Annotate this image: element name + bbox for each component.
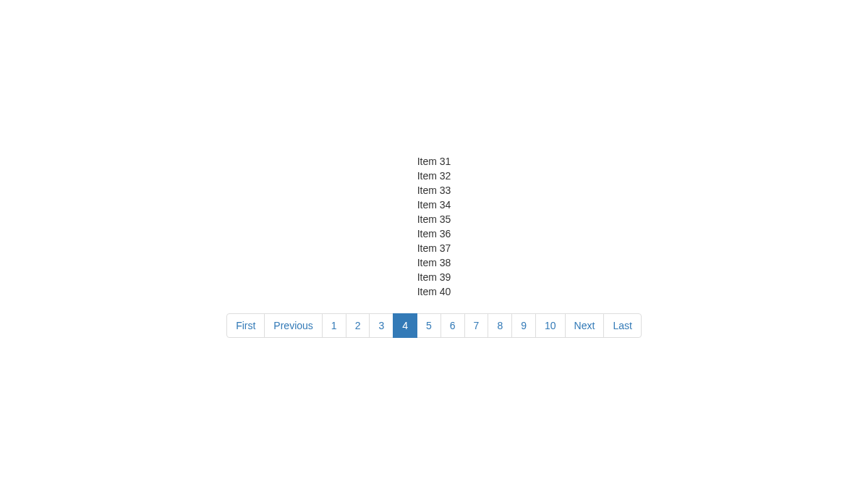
list-item: Item 33 — [417, 183, 451, 198]
pagination-page-7-link[interactable]: 7 — [464, 313, 489, 338]
pagination-page-3-link[interactable]: 3 — [369, 313, 393, 338]
pagination: First Previous 1 2 3 4 5 6 7 8 9 10 Next… — [226, 313, 642, 338]
pagination-page-1: 1 — [323, 313, 346, 338]
pagination-page-9: 9 — [512, 313, 536, 338]
pagination-next: Next — [566, 313, 605, 338]
pagination-page-6-link[interactable]: 6 — [441, 313, 465, 338]
list-item: Item 40 — [417, 284, 451, 299]
pagination-page-5: 5 — [417, 313, 441, 338]
list-item: Item 39 — [417, 270, 451, 284]
pagination-last: Last — [604, 313, 641, 338]
pagination-last-link[interactable]: Last — [603, 313, 641, 338]
list-item: Item 38 — [417, 255, 451, 270]
pagination-first: First — [226, 313, 265, 338]
list-item: Item 34 — [417, 198, 451, 212]
list-item: Item 32 — [417, 169, 451, 183]
pagination-page-9-link[interactable]: 9 — [511, 313, 536, 338]
pagination-page-1-link[interactable]: 1 — [322, 313, 346, 338]
pagination-page-4: 4 — [393, 313, 417, 338]
item-list: Item 31 Item 32 Item 33 Item 34 Item 35 … — [417, 154, 451, 299]
pagination-next-link[interactable]: Next — [565, 313, 605, 338]
list-item: Item 31 — [417, 154, 451, 169]
list-item: Item 36 — [417, 226, 451, 241]
pagination-page-8-link[interactable]: 8 — [488, 313, 512, 338]
pagination-previous: Previous — [265, 313, 322, 338]
pagination-first-link[interactable]: First — [226, 313, 265, 338]
pagination-previous-link[interactable]: Previous — [264, 313, 322, 338]
pagination-page-3: 3 — [370, 313, 393, 338]
pagination-page-6: 6 — [441, 313, 465, 338]
pagination-page-7: 7 — [465, 313, 489, 338]
pagination-page-2: 2 — [346, 313, 370, 338]
pagination-page-10: 10 — [536, 313, 566, 338]
pagination-page-8: 8 — [488, 313, 512, 338]
pagination-page-2-link[interactable]: 2 — [346, 313, 370, 338]
pagination-page-4-link[interactable]: 4 — [393, 313, 417, 338]
list-item: Item 37 — [417, 241, 451, 255]
pagination-page-10-link[interactable]: 10 — [535, 313, 566, 338]
pagination-page-5-link[interactable]: 5 — [417, 313, 441, 338]
list-item: Item 35 — [417, 212, 451, 226]
